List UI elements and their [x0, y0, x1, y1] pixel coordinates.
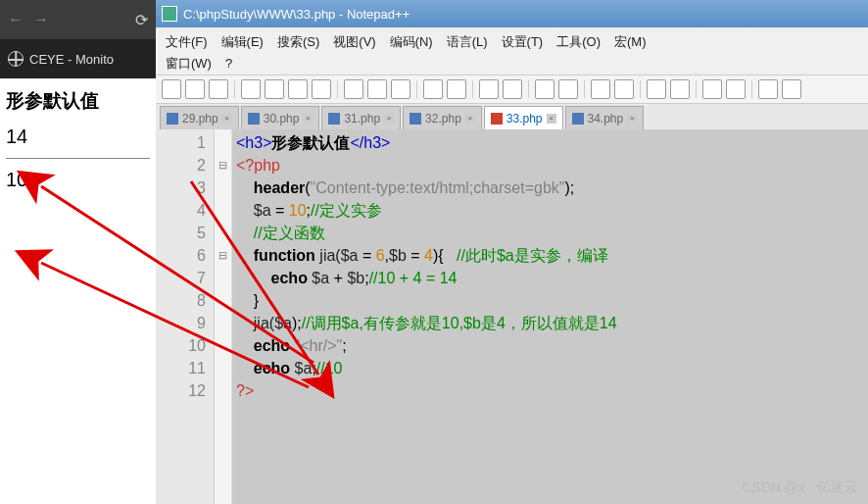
zoomout-icon[interactable]: [558, 79, 578, 99]
page-heading: 形参默认值: [6, 88, 150, 114]
indent-icon[interactable]: [670, 79, 690, 99]
undo-icon[interactable]: [423, 79, 443, 99]
menu-item[interactable]: 语言(L): [447, 31, 488, 53]
copy-icon[interactable]: [367, 79, 387, 99]
tab-label: 30.php: [264, 112, 300, 126]
menu-item[interactable]: 编码(N): [390, 31, 433, 53]
forward-icon[interactable]: →: [33, 11, 49, 28]
browser-content: 形参默认值 14 10: [0, 78, 156, 211]
menu-item[interactable]: 工具(O): [556, 31, 601, 53]
menu-item[interactable]: 搜索(S): [277, 31, 319, 53]
tab-label: 33.php: [506, 112, 543, 126]
close-tab-icon[interactable]: ×: [222, 114, 232, 124]
close-tab-icon[interactable]: ×: [627, 114, 637, 124]
showall-icon[interactable]: [647, 79, 666, 99]
replace-icon[interactable]: [503, 79, 522, 99]
file-tab[interactable]: 33.php×: [484, 106, 563, 129]
result-1: 14: [6, 126, 150, 148]
back-icon[interactable]: ←: [8, 11, 24, 28]
save-indicator-icon: [167, 113, 178, 125]
menu-item[interactable]: 设置(T): [502, 31, 544, 53]
sync-icon[interactable]: [591, 79, 610, 99]
browser-nav: ← → ⟳: [0, 0, 156, 39]
watermark: CSDN @x 亿速云: [742, 479, 858, 496]
tab-label: 32.php: [425, 112, 461, 126]
cut-icon[interactable]: [344, 79, 363, 99]
menu-item[interactable]: 文件(F): [166, 31, 208, 53]
closeall-icon[interactable]: [288, 79, 308, 99]
result-2: 10: [6, 169, 150, 191]
globe-icon: [8, 51, 24, 67]
save-indicator-icon: [491, 113, 503, 125]
monitor-icon[interactable]: [758, 79, 778, 99]
refresh-icon[interactable]: ⟳: [135, 11, 148, 29]
find-icon[interactable]: [479, 79, 499, 99]
tab-bar: 29.php×30.php×31.php×32.php×33.php×34.ph…: [156, 104, 868, 129]
file-tab[interactable]: 32.php×: [403, 106, 482, 129]
menu-bar: 文件(F)编辑(E)搜索(S)视图(V)编码(N)语言(L)设置(T)工具(O)…: [156, 27, 868, 75]
code-area[interactable]: <h3>形参默认值</h3> <?php header("Content-typ…: [232, 129, 868, 504]
file-tab[interactable]: 30.php×: [241, 106, 320, 129]
close-icon[interactable]: [265, 79, 284, 99]
save-indicator-icon: [410, 113, 421, 125]
tab-label: 34.php: [588, 112, 624, 126]
new-icon[interactable]: [162, 79, 181, 99]
file-tab[interactable]: 31.php×: [321, 106, 401, 129]
print-icon[interactable]: [312, 79, 331, 99]
saveall-icon[interactable]: [241, 79, 261, 99]
unfold-icon[interactable]: [726, 79, 746, 99]
wrap-icon[interactable]: [614, 79, 634, 99]
fold-column[interactable]: ⊟⊟: [215, 129, 232, 504]
menu-item[interactable]: 宏(M): [614, 31, 647, 53]
tab-label: 31.php: [344, 112, 380, 126]
zoomin-icon[interactable]: [535, 79, 555, 99]
app-icon: [162, 6, 177, 22]
window-title: C:\phpStudy\WWW\33.php - Notepad++: [183, 7, 410, 22]
url-bar[interactable]: CEYE - Monito: [0, 39, 156, 78]
toolbar: [156, 75, 868, 104]
line-numbers: 123456789101112: [156, 129, 215, 504]
close-tab-icon[interactable]: ×: [547, 114, 556, 124]
save-indicator-icon: [572, 113, 584, 125]
close-tab-icon[interactable]: ×: [465, 114, 475, 124]
fold-icon[interactable]: [702, 79, 722, 99]
content-hr: [6, 158, 150, 159]
file-tab[interactable]: 29.php×: [160, 106, 239, 129]
menu-item[interactable]: 视图(V): [333, 31, 375, 53]
menu-item[interactable]: ?: [225, 53, 232, 75]
paste-icon[interactable]: [391, 79, 410, 99]
menu-item[interactable]: 窗口(W): [166, 53, 212, 75]
menu-item[interactable]: 编辑(E): [221, 31, 264, 53]
open-icon[interactable]: [185, 79, 205, 99]
save-indicator-icon: [248, 113, 260, 125]
window-titlebar: C:\phpStudy\WWW\33.php - Notepad++: [156, 0, 868, 27]
close-tab-icon[interactable]: ×: [303, 114, 313, 124]
save-indicator-icon: [328, 113, 340, 125]
redo-icon[interactable]: [447, 79, 466, 99]
save-icon[interactable]: [209, 79, 228, 99]
file-tab[interactable]: 34.php×: [565, 106, 645, 129]
record-icon[interactable]: [782, 79, 801, 99]
tab-label: 29.php: [182, 112, 218, 126]
url-text: CEYE - Monito: [29, 52, 114, 67]
editor[interactable]: 123456789101112 ⊟⊟ <h3>形参默认值</h3> <?php …: [156, 129, 868, 504]
close-tab-icon[interactable]: ×: [384, 114, 394, 124]
